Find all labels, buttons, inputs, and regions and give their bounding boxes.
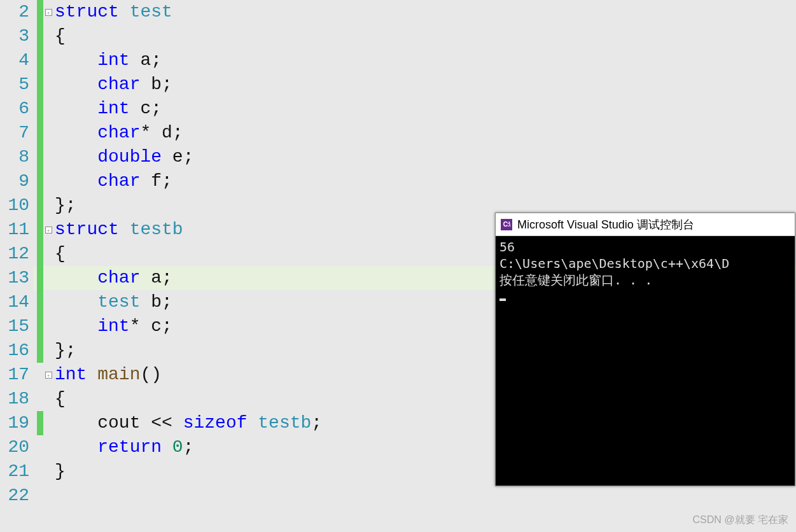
change-indicator bbox=[37, 73, 43, 97]
change-indicator bbox=[37, 97, 43, 121]
change-indicator bbox=[37, 314, 43, 339]
code-content[interactable]: { bbox=[53, 24, 66, 48]
change-indicator bbox=[37, 459, 43, 484]
console-app-icon: C:\ bbox=[501, 219, 512, 230]
console-output-line: C:\Users\ape\Desktop\c++\x64\D bbox=[499, 255, 791, 272]
outline-column: - bbox=[43, 9, 53, 16]
change-indicator bbox=[37, 266, 43, 290]
code-content[interactable]: cout << sizeof testb; bbox=[53, 411, 322, 435]
console-body[interactable]: 56C:\Users\ape\Desktop\c++\x64\D按任意键关闭此窗… bbox=[496, 236, 795, 307]
line-number: 3 bbox=[0, 24, 33, 48]
code-content[interactable]: test b; bbox=[53, 290, 172, 314]
code-content[interactable]: int* c; bbox=[53, 314, 172, 339]
line-number: 16 bbox=[0, 339, 33, 363]
line-number: 17 bbox=[0, 363, 33, 387]
code-line[interactable]: 5 char b; bbox=[0, 73, 796, 97]
change-indicator bbox=[37, 411, 43, 435]
line-number: 7 bbox=[0, 121, 33, 145]
outline-column: - bbox=[43, 372, 53, 379]
change-indicator bbox=[37, 218, 43, 242]
outline-column: - bbox=[43, 227, 53, 234]
debug-console-window[interactable]: C:\ Microsoft Visual Studio 调试控制台 56C:\U… bbox=[495, 213, 795, 486]
line-number: 2 bbox=[0, 0, 33, 24]
console-cursor bbox=[499, 288, 791, 305]
console-output-line: 按任意键关闭此窗口. . . bbox=[499, 272, 791, 288]
code-content[interactable]: int main() bbox=[53, 363, 162, 387]
code-line[interactable]: 3{ bbox=[0, 24, 796, 48]
code-content[interactable]: char a; bbox=[53, 266, 172, 290]
change-indicator bbox=[37, 193, 43, 218]
change-indicator bbox=[37, 435, 43, 459]
line-number: 4 bbox=[0, 48, 33, 73]
line-number: 22 bbox=[0, 484, 33, 508]
change-indicator bbox=[37, 145, 43, 169]
code-content[interactable]: }; bbox=[53, 339, 76, 363]
line-number: 9 bbox=[0, 169, 33, 193]
code-content[interactable]: char b; bbox=[53, 73, 172, 97]
change-indicator bbox=[37, 0, 43, 24]
code-line[interactable]: 2-struct test bbox=[0, 0, 796, 24]
code-content[interactable]: int c; bbox=[53, 97, 162, 121]
change-indicator bbox=[37, 48, 43, 73]
watermark: CSDN @就要 宅在家 bbox=[693, 514, 788, 527]
code-line[interactable]: 9 char f; bbox=[0, 169, 796, 193]
code-content[interactable]: char* d; bbox=[53, 121, 183, 145]
line-number: 20 bbox=[0, 435, 33, 459]
code-line[interactable]: 6 int c; bbox=[0, 97, 796, 121]
code-content[interactable]: } bbox=[53, 459, 66, 484]
line-number: 14 bbox=[0, 290, 33, 314]
console-output-line: 56 bbox=[499, 239, 791, 255]
change-indicator bbox=[37, 169, 43, 193]
change-indicator bbox=[37, 290, 43, 314]
code-content[interactable]: }; bbox=[53, 193, 76, 218]
change-indicator bbox=[37, 484, 43, 508]
line-number: 12 bbox=[0, 242, 33, 266]
console-title: Microsoft Visual Studio 调试控制台 bbox=[517, 217, 694, 232]
code-content[interactable]: struct testb bbox=[53, 218, 183, 242]
code-content[interactable]: { bbox=[53, 387, 66, 411]
code-line[interactable]: 4 int a; bbox=[0, 48, 796, 73]
change-indicator bbox=[37, 363, 43, 387]
code-content[interactable]: { bbox=[53, 242, 66, 266]
line-number: 19 bbox=[0, 411, 33, 435]
code-content[interactable]: return 0; bbox=[53, 435, 193, 459]
change-indicator bbox=[37, 121, 43, 145]
code-content[interactable]: struct test bbox=[53, 0, 172, 24]
code-content[interactable]: char f; bbox=[53, 169, 172, 193]
code-content[interactable]: double e; bbox=[53, 145, 193, 169]
line-number: 21 bbox=[0, 459, 33, 484]
code-line[interactable]: 22 bbox=[0, 484, 796, 508]
line-number: 5 bbox=[0, 73, 33, 97]
code-line[interactable]: 7 char* d; bbox=[0, 121, 796, 145]
line-number: 10 bbox=[0, 193, 33, 218]
line-number: 8 bbox=[0, 145, 33, 169]
change-indicator bbox=[37, 339, 43, 363]
line-number: 13 bbox=[0, 266, 33, 290]
line-number: 15 bbox=[0, 314, 33, 339]
change-indicator bbox=[37, 242, 43, 266]
line-number: 18 bbox=[0, 387, 33, 411]
change-indicator bbox=[37, 24, 43, 48]
code-line[interactable]: 8 double e; bbox=[0, 145, 796, 169]
console-titlebar[interactable]: C:\ Microsoft Visual Studio 调试控制台 bbox=[496, 213, 795, 236]
line-number: 6 bbox=[0, 97, 33, 121]
line-number: 11 bbox=[0, 218, 33, 242]
code-content[interactable]: int a; bbox=[53, 48, 162, 73]
change-indicator bbox=[37, 387, 43, 411]
